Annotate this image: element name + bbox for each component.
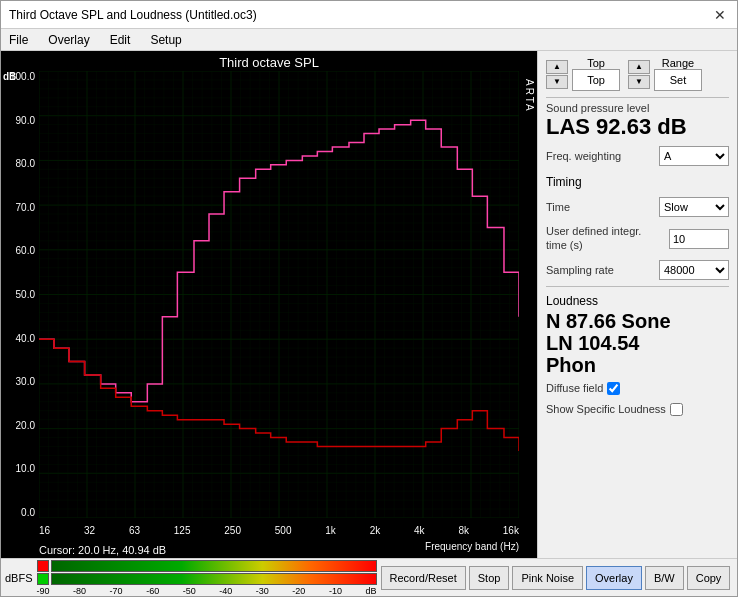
menu-file[interactable]: File [5, 31, 32, 49]
chart-canvas-wrapper [39, 71, 519, 518]
y-axis-ticks: 100.0 90.0 80.0 70.0 60.0 50.0 40.0 30.0… [1, 71, 39, 518]
copy-button[interactable]: Copy [687, 566, 731, 590]
set-value-button[interactable]: Set [654, 69, 702, 91]
level-meter: -90 -80 -70 -60 -50 -40 -30 -20 -10 dB [37, 560, 377, 596]
range-label: Range [662, 57, 694, 69]
diffuse-field-row: Diffuse field [546, 382, 729, 395]
freq-weighting-select[interactable]: A C Z [659, 146, 729, 166]
bottom-buttons: Record/Reset Stop Pink Noise Overlay B/W… [381, 566, 731, 590]
scale-neg60: -60 [146, 586, 159, 596]
time-select[interactable]: Slow Fast Impulse Leq [659, 197, 729, 217]
overlay-button[interactable]: Overlay [586, 566, 642, 590]
scale-neg20: -20 [292, 586, 305, 596]
spl-value: LAS 92.63 dB [546, 114, 729, 140]
y-tick-90: 90.0 [16, 115, 35, 126]
scale-db: dB [365, 586, 376, 596]
x-tick-8k: 8k [458, 525, 469, 536]
loudness-header: Loudness [546, 294, 729, 308]
loudness-phon-value: Phon [546, 354, 729, 376]
arta-label: ARTA [524, 79, 535, 113]
loudness-n-value: N 87.66 Sone [546, 310, 729, 332]
top-control-group: ▲ ▼ Top Top [546, 57, 620, 91]
dbfs-label: dBFS [5, 572, 33, 584]
time-label: Time [546, 201, 570, 213]
y-tick-40: 40.0 [16, 333, 35, 344]
freq-weighting-row: Freq. weighting A C Z [546, 146, 729, 166]
scale-neg80: -80 [73, 586, 86, 596]
show-specific-checkbox[interactable] [670, 403, 683, 416]
spl-section: Sound pressure level LAS 92.63 dB [546, 97, 729, 140]
menu-edit[interactable]: Edit [106, 31, 135, 49]
bw-button[interactable]: B/W [645, 566, 684, 590]
x-tick-500: 500 [275, 525, 292, 536]
close-button[interactable]: ✕ [711, 6, 729, 24]
freq-weighting-label: Freq. weighting [546, 150, 621, 162]
chart-title: Third octave SPL [1, 51, 537, 72]
x-tick-1k: 1k [325, 525, 336, 536]
range-down-button[interactable]: ▼ [628, 75, 650, 89]
cursor-info: Cursor: 20.0 Hz, 40.94 dB [39, 542, 166, 558]
sampling-rate-row: Sampling rate 44100 48000 96000 [546, 260, 729, 280]
top-value-button[interactable]: Top [572, 69, 620, 91]
pink-noise-button[interactable]: Pink Noise [512, 566, 583, 590]
y-tick-0: 0.0 [21, 507, 35, 518]
x-tick-125: 125 [174, 525, 191, 536]
loudness-section: Loudness N 87.66 Sone LN 104.54 Phon [546, 286, 729, 376]
main-content: Third octave SPL dB 100.0 90.0 80.0 70.0… [1, 51, 737, 558]
user-defined-row: User defined integr. time (s) [546, 225, 729, 251]
timing-header: Timing [546, 175, 729, 189]
scale-neg90: -90 [37, 586, 50, 596]
record-reset-button[interactable]: Record/Reset [381, 566, 466, 590]
y-tick-20: 20.0 [16, 420, 35, 431]
menu-overlay[interactable]: Overlay [44, 31, 93, 49]
y-tick-80: 80.0 [16, 158, 35, 169]
right-panel: ▲ ▼ Top Top ▲ ▼ [537, 51, 737, 558]
menu-setup[interactable]: Setup [146, 31, 185, 49]
sampling-rate-select[interactable]: 44100 48000 96000 [659, 260, 729, 280]
chart-area: Third octave SPL dB 100.0 90.0 80.0 70.0… [1, 51, 537, 558]
window-title: Third Octave SPL and Loudness (Untitled.… [9, 8, 257, 22]
chart-canvas[interactable] [39, 71, 519, 518]
scale-neg70: -70 [110, 586, 123, 596]
x-tick-250: 250 [224, 525, 241, 536]
diffuse-field-label: Diffuse field [546, 382, 603, 394]
y-tick-50: 50.0 [16, 289, 35, 300]
scale-neg30: -30 [256, 586, 269, 596]
stop-button[interactable]: Stop [469, 566, 510, 590]
y-tick-10: 10.0 [16, 463, 35, 474]
diffuse-field-checkbox[interactable] [607, 382, 620, 395]
clip-indicator-left [37, 560, 49, 572]
y-tick-70: 70.0 [16, 202, 35, 213]
scale-neg40: -40 [219, 586, 232, 596]
show-specific-row: Show Specific Loudness [546, 403, 729, 416]
scale-neg50: -50 [183, 586, 196, 596]
range-arrows: ▲ ▼ [628, 60, 650, 89]
x-tick-16: 16 [39, 525, 50, 536]
top-down-button[interactable]: ▼ [546, 75, 568, 89]
y-tick-30: 30.0 [16, 376, 35, 387]
level-bar-left [51, 560, 377, 572]
y-tick-60: 60.0 [16, 245, 35, 256]
top-up-button[interactable]: ▲ [546, 60, 568, 74]
menu-bar: File Overlay Edit Setup [1, 29, 737, 51]
main-window: Third Octave SPL and Loudness (Untitled.… [0, 0, 738, 597]
x-tick-32: 32 [84, 525, 95, 536]
user-defined-input[interactable] [669, 229, 729, 249]
loudness-ln-value: LN 104.54 [546, 332, 729, 354]
clip-indicator-right [37, 573, 49, 585]
range-up-button[interactable]: ▲ [628, 60, 650, 74]
range-control-group: ▲ ▼ Range Set [628, 57, 702, 91]
x-tick-16k: 16k [503, 525, 519, 536]
x-tick-63: 63 [129, 525, 140, 536]
level-scale: -90 -80 -70 -60 -50 -40 -30 -20 -10 dB [37, 586, 377, 596]
title-bar: Third Octave SPL and Loudness (Untitled.… [1, 1, 737, 29]
nav-controls: ▲ ▼ Top Top ▲ ▼ [546, 57, 729, 91]
top-arrows: ▲ ▼ [546, 60, 568, 89]
x-tick-4k: 4k [414, 525, 425, 536]
show-specific-label: Show Specific Loudness [546, 403, 666, 415]
y-tick-100: 100.0 [10, 71, 35, 82]
scale-neg10: -10 [329, 586, 342, 596]
top-label: Top [587, 57, 605, 69]
time-row: Time Slow Fast Impulse Leq [546, 197, 729, 217]
spl-label: Sound pressure level [546, 102, 729, 114]
